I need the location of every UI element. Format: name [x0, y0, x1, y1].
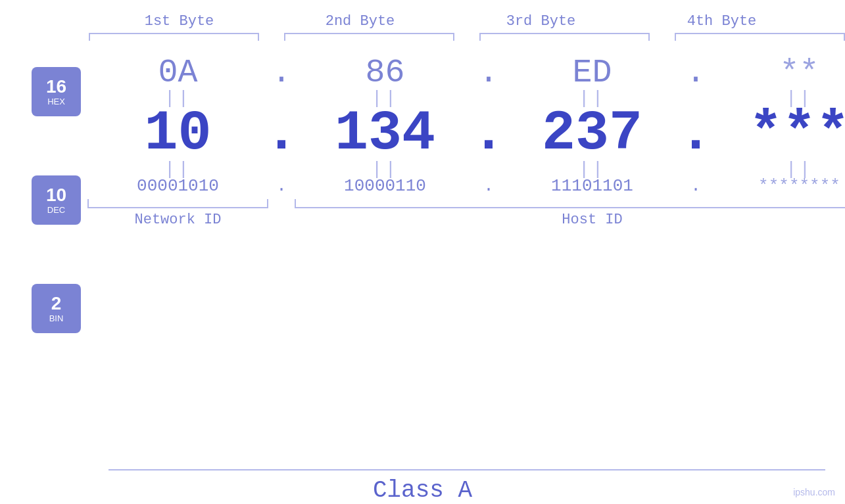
- hex-name: HEX: [47, 97, 65, 106]
- byte1-header: 1st Byte: [89, 13, 270, 30]
- bin-byte2: 10000110: [295, 176, 475, 196]
- bin-number: 2: [51, 294, 62, 314]
- bottom-brackets-row: [87, 199, 845, 208]
- base-labels: 16 HEX 10 DEC 2 BIN: [0, 47, 81, 333]
- bin-dot1: .: [268, 176, 295, 196]
- hex-row: 0A . 86 . ED . **: [87, 54, 845, 91]
- dec-badge: 10 DEC: [32, 175, 81, 225]
- bin-byte3: 11101101: [502, 176, 683, 196]
- bin-byte4: ********: [709, 176, 845, 196]
- main-container: 1st Byte 2nd Byte 3rd Byte 4th Byte 16 H…: [0, 0, 845, 504]
- hex-dot2: .: [475, 54, 502, 91]
- bin-dot3: .: [683, 176, 709, 196]
- network-bracket: [87, 199, 268, 208]
- dec-number: 10: [46, 185, 66, 206]
- dec-byte3: 237: [502, 102, 683, 166]
- hex-badge: 16 HEX: [32, 67, 81, 116]
- host-id-label: Host ID: [295, 212, 845, 228]
- values-area: 0A . 86 . ED . **: [81, 47, 845, 228]
- dec-name: DEC: [47, 206, 65, 215]
- bin-badge: 2 BIN: [32, 284, 81, 333]
- hex-dot1: .: [268, 54, 295, 91]
- bin-name: BIN: [49, 314, 64, 323]
- dec-byte2: 134: [295, 102, 475, 166]
- class-label: Class A: [0, 477, 845, 504]
- bin-byte1: 00001010: [87, 176, 268, 196]
- hex-byte1: 0A: [87, 54, 268, 91]
- hex-byte4: **: [709, 54, 845, 91]
- byte1-top-bracket: [89, 33, 259, 41]
- network-id-label: Network ID: [87, 212, 268, 228]
- hex-byte2: 86: [295, 54, 475, 91]
- bin-dot2: .: [475, 176, 502, 196]
- dec-dot2: .: [475, 102, 502, 166]
- byte3-top-bracket: [479, 33, 650, 41]
- dec-dot3: .: [683, 102, 709, 166]
- watermark: ipshu.com: [793, 487, 835, 497]
- hex-dot3: .: [683, 54, 709, 91]
- hex-byte3: ED: [502, 54, 683, 91]
- bracket-labels-row: Network ID Host ID: [87, 212, 845, 228]
- host-bracket: [295, 199, 845, 208]
- bottom-line: [109, 469, 825, 470]
- byte4-header: 4th Byte: [631, 13, 812, 30]
- byte-headers: 1st Byte 2nd Byte 3rd Byte 4th Byte: [0, 13, 845, 30]
- byte3-header: 3rd Byte: [450, 13, 631, 30]
- hex-number: 16: [46, 77, 66, 97]
- byte4-top-bracket: [675, 33, 845, 41]
- byte2-header: 2nd Byte: [270, 13, 450, 30]
- top-brackets: [0, 33, 845, 41]
- dec-row: 10 . 134 . 237 . ***: [87, 102, 845, 166]
- dec-dot1: .: [268, 102, 295, 166]
- dec-byte1: 10: [87, 102, 268, 166]
- byte2-top-bracket: [284, 33, 454, 41]
- dec-byte4: ***: [709, 102, 845, 166]
- bin-row: 00001010 . 10000110 . 11101101 .: [87, 176, 845, 196]
